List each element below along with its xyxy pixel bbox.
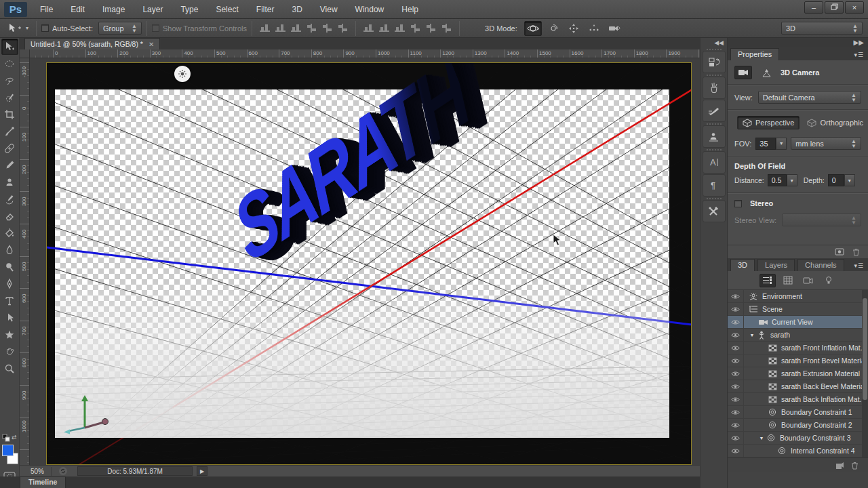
align-vertical-centers-icon[interactable] (275, 23, 286, 33)
visibility-eye-icon[interactable] (728, 316, 744, 329)
minimize-button[interactable]: – (804, 1, 823, 14)
path-selection-tool[interactable] (1, 310, 18, 326)
distance-value[interactable]: 0.5 (768, 174, 787, 186)
distribute-vertical-icon[interactable] (378, 23, 390, 33)
visibility-eye-icon[interactable] (728, 458, 744, 458)
visibility-eye-icon[interactable] (728, 393, 744, 406)
tab-3d[interactable]: 3D (730, 259, 755, 271)
crop-tool[interactable] (1, 106, 18, 123)
tree-row-scene[interactable]: Scene (728, 303, 868, 316)
visibility-eye-icon[interactable] (728, 419, 744, 432)
menu-3d[interactable]: 3D (283, 5, 311, 14)
auto-select-target-dropdown[interactable]: Group ▲▼ (98, 22, 142, 35)
move-tool[interactable] (1, 39, 18, 55)
3d-orbit-icon[interactable] (524, 21, 542, 36)
filter-meshes-icon[interactable] (800, 274, 816, 287)
character-panel-icon[interactable]: A (703, 151, 726, 174)
tree-row-sarath[interactable]: ▼sarath (728, 329, 868, 342)
distribute-horizontal-icon[interactable] (425, 23, 437, 33)
tree-scrollbar[interactable] (862, 290, 868, 458)
3d-extruded-text[interactable]: SARATH SARATH (254, 109, 688, 333)
3d-scene-bounds[interactable]: SARATH SARATH (46, 62, 692, 465)
tree-row-sarath-back-inflation-mat[interactable]: sarath Back Inflation Mat... (728, 393, 868, 406)
lens-dropdown[interactable]: mm lens ▲▼ (791, 137, 861, 150)
history-brush-tool[interactable] (1, 191, 18, 207)
brush-tool[interactable] (1, 157, 18, 174)
restore-button[interactable] (825, 1, 844, 14)
3d-camera-icon[interactable] (734, 66, 752, 79)
brush-presets-panel-icon[interactable] (703, 77, 726, 99)
distribute-bottom-icon[interactable] (394, 23, 406, 33)
dodge-tool[interactable] (1, 259, 18, 275)
visibility-eye-icon[interactable] (728, 432, 744, 445)
hand-tool[interactable] (1, 344, 18, 360)
zoom-tool[interactable] (1, 361, 18, 377)
tree-row-boundary-constraint-2[interactable]: Boundary Constraint 2 (728, 419, 868, 432)
align-left-edges-icon[interactable] (306, 23, 317, 33)
tree-row-environment[interactable]: Environment (728, 290, 868, 303)
distance-dropdown-arrow-icon[interactable]: ▼ (787, 174, 797, 186)
swap-colors-icon[interactable]: ⇄ (12, 434, 17, 441)
align-right-edges-icon[interactable] (337, 23, 349, 33)
lasso-tool[interactable] (1, 73, 18, 89)
marquee-tool[interactable] (1, 56, 18, 72)
visibility-eye-icon[interactable] (728, 290, 744, 303)
panel-menu-icon[interactable]: ▾☰ (854, 262, 864, 269)
menu-select[interactable]: Select (207, 5, 247, 14)
filter-whole-scene-icon[interactable] (760, 274, 776, 287)
tool-preset-icon[interactable] (7, 22, 23, 35)
tab-properties[interactable]: Properties (730, 48, 779, 60)
distribute-right-icon[interactable] (441, 23, 452, 33)
expander-icon[interactable]: ▼ (757, 436, 766, 441)
expander-icon[interactable]: ▼ (748, 333, 756, 338)
visibility-eye-icon[interactable] (728, 354, 744, 367)
ruler-corner[interactable] (20, 49, 30, 58)
delete-icon[interactable] (852, 248, 860, 256)
foreground-color-swatch[interactable] (2, 445, 14, 456)
tree-row-sarath-front-bevel-material[interactable]: sarath Front Bevel Material (728, 354, 868, 367)
tree-row-sarath-front-inflation-mat[interactable]: sarath Front Inflation Mat... (728, 342, 868, 354)
camera-coordinates-icon[interactable] (757, 66, 775, 79)
3d-axis-widget[interactable] (62, 388, 123, 436)
zoom-level[interactable]: 50% (31, 468, 44, 475)
tree-scrollbar-thumb[interactable] (863, 298, 867, 400)
infinite-light-widget[interactable] (174, 66, 191, 82)
visibility-eye-icon[interactable] (728, 303, 744, 316)
visibility-eye-icon[interactable] (728, 342, 744, 354)
eyedropper-tool[interactable] (1, 123, 18, 140)
canvas-viewport[interactable]: SARATH SARATH (30, 58, 700, 465)
tab-layers[interactable]: Layers (757, 259, 795, 271)
pen-tool[interactable] (1, 276, 18, 292)
visibility-eye-icon[interactable] (728, 445, 744, 458)
custom-shape-tool[interactable] (1, 327, 18, 343)
menu-file[interactable]: File (31, 5, 62, 14)
menu-window[interactable]: Window (347, 5, 393, 14)
tab-channels[interactable]: Channels (797, 259, 844, 271)
eraser-tool[interactable] (1, 208, 18, 224)
quick-selection-tool[interactable] (1, 89, 18, 106)
filter-materials-icon[interactable] (780, 274, 796, 287)
tool-presets-panel-icon[interactable] (703, 200, 726, 222)
default-colors-icon[interactable] (2, 434, 10, 442)
delete-icon[interactable] (851, 462, 859, 470)
new-item-icon[interactable] (835, 462, 844, 470)
clone-source-panel-icon[interactable] (703, 125, 726, 148)
menu-image[interactable]: Image (94, 5, 134, 14)
tree-row-sarath-extrusion-material[interactable]: sarath Extrusion Material (728, 367, 868, 380)
document-tab[interactable]: Untitled-1 @ 50% (sarath, RGB/8) * ✕ (24, 38, 160, 49)
tool-preset-arrow-icon[interactable]: ▾ (26, 25, 28, 31)
visibility-eye-icon[interactable] (728, 329, 744, 342)
depth-dropdown-arrow-icon[interactable]: ▼ (844, 174, 855, 186)
status-options-arrow-icon[interactable]: ▶ (197, 466, 208, 476)
visibility-eye-icon[interactable] (728, 406, 744, 419)
close-button[interactable]: × (845, 1, 864, 14)
auto-select-checkbox[interactable] (41, 24, 49, 32)
expand-dock-icon[interactable]: ◀◀ (701, 38, 727, 47)
depth-value[interactable]: 0 (828, 174, 844, 186)
camera-view-dropdown[interactable]: Default Camera ▲▼ (758, 91, 861, 104)
tree-row-boundary-constraint-1[interactable]: Boundary Constraint 1 (728, 406, 868, 419)
type-tool[interactable] (1, 293, 18, 309)
paint-bucket-tool[interactable] (1, 225, 18, 241)
tab-close-icon[interactable]: ✕ (149, 41, 154, 48)
collapse-dock-icon[interactable]: ▶▶ (728, 38, 868, 47)
